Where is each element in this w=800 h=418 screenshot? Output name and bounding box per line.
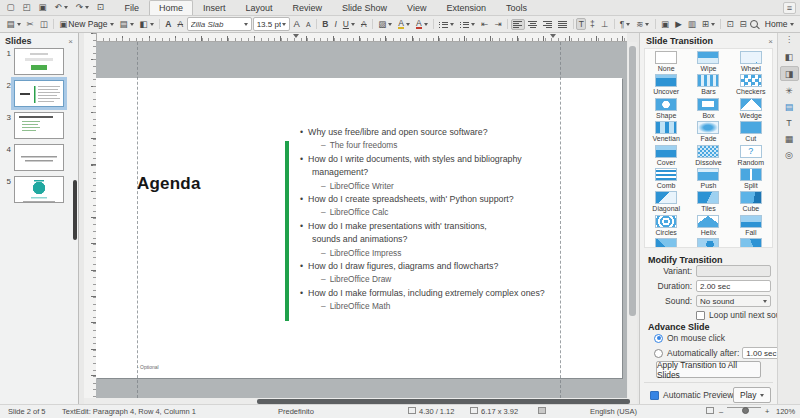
- language-status[interactable]: English (USA): [590, 407, 637, 416]
- zoom-out-control[interactable]: –: [719, 407, 723, 416]
- bullet-line[interactable]: LibreOffice Impress: [300, 247, 590, 260]
- master-slides-deck-icon[interactable]: ▤: [781, 100, 798, 113]
- loop-checkbox[interactable]: [696, 311, 705, 320]
- play-button[interactable]: Play: [733, 387, 771, 403]
- character-highlight-icon[interactable]: A: [413, 17, 430, 32]
- slide-transition-deck-icon[interactable]: ◨: [780, 66, 799, 81]
- bullet-line[interactable]: sounds and animations?: [300, 233, 590, 246]
- bullet-line[interactable]: LibreOffice Math: [300, 300, 590, 313]
- ribbon-tab[interactable]: Review: [283, 0, 333, 15]
- canvas[interactable]: Agenda Why use free/libre and open sourc…: [96, 42, 627, 398]
- properties-deck-icon[interactable]: ◧: [781, 50, 798, 63]
- cut-icon[interactable]: ✂: [24, 18, 36, 31]
- undo-icon[interactable]: ↶: [52, 1, 70, 14]
- gallery-deck-icon[interactable]: ▦: [781, 132, 798, 145]
- slide-thumbnail-image[interactable]: [14, 80, 64, 107]
- transition-split[interactable]: Split: [730, 166, 772, 189]
- slide-footnote[interactable]: - Optional: [137, 364, 159, 370]
- center-vertically-icon[interactable]: ‡: [587, 18, 597, 31]
- redo-icon[interactable]: ↷: [73, 1, 91, 14]
- bullet-line[interactable]: LibreOffice Draw: [300, 273, 590, 286]
- insert-table-icon[interactable]: ⊞: [699, 18, 717, 31]
- bullet-line[interactable]: LibreOffice Calc: [300, 206, 590, 219]
- transition-cover[interactable]: Cover: [645, 143, 687, 166]
- paragraph-dialog-icon[interactable]: ¶: [617, 18, 633, 31]
- vertical-scrollbar[interactable]: [628, 42, 637, 398]
- display-grid-icon[interactable]: ⊡: [724, 18, 736, 31]
- font-size-combo[interactable]: 13.5 pt: [253, 17, 290, 31]
- bullet-line[interactable]: How do I make presentations with' transi…: [300, 220, 590, 233]
- slide-thumbnail-2[interactable]: 2: [2, 80, 78, 107]
- unordered-list-icon[interactable]: [437, 19, 457, 30]
- transition-circles[interactable]: Circles: [645, 213, 687, 236]
- align-top-icon[interactable]: T: [576, 18, 586, 31]
- slide-thumbnail-5[interactable]: 5: [2, 176, 78, 203]
- master-slide-status[interactable]: Predefinito: [278, 407, 314, 416]
- transition-push[interactable]: Push: [687, 166, 729, 189]
- copy-icon[interactable]: ◫: [37, 18, 50, 31]
- view-selector[interactable]: Home: [762, 18, 796, 31]
- shrink-font-icon[interactable]: A: [303, 19, 313, 30]
- slide-page[interactable]: Agenda Why use free/libre and open sourc…: [96, 78, 622, 378]
- insert-media-icon[interactable]: ▶: [673, 18, 685, 31]
- green-accent-bar[interactable]: [285, 141, 289, 321]
- bullet-line[interactable]: How do I draw figures, diagrams and flow…: [300, 260, 590, 273]
- duplicate-page-icon[interactable]: ▤: [117, 18, 136, 31]
- ribbon-tab[interactable]: Layout: [236, 0, 283, 15]
- snap-guide-line[interactable]: [137, 42, 138, 398]
- align-center-icon[interactable]: [526, 19, 540, 30]
- variant-dropdown[interactable]: [696, 265, 771, 277]
- ordered-list-icon[interactable]: [458, 19, 478, 30]
- bullet-line[interactable]: LibreOffice Writer: [300, 180, 590, 193]
- highlighting-color-icon[interactable]: ▨: [376, 18, 395, 31]
- transition-venetian[interactable]: Venetian: [645, 119, 687, 142]
- fit-slide-icon[interactable]: [706, 407, 714, 414]
- duration-spinbox[interactable]: 2.00 sec: [696, 280, 771, 292]
- transition-checkers[interactable]: Checkers: [730, 72, 772, 95]
- underline-icon[interactable]: U: [340, 18, 357, 31]
- sidebar-settings-icon[interactable]: ⋮: [785, 35, 793, 44]
- automatically-after-radio[interactable]: [654, 349, 663, 358]
- bullet-line[interactable]: Why use free/libre and open source softw…: [300, 126, 590, 139]
- slide-thumbnail-image[interactable]: [14, 112, 64, 139]
- sound-dropdown[interactable]: No sound: [696, 295, 771, 307]
- bullet-line[interactable]: management?: [300, 166, 590, 179]
- automatic-preview-checkbox[interactable]: [650, 391, 659, 400]
- search-icon[interactable]: [750, 20, 758, 28]
- print-preview-icon[interactable]: ⊡: [94, 1, 106, 14]
- transition-cube[interactable]: Cube: [730, 189, 772, 212]
- styles-deck-icon[interactable]: T: [781, 116, 798, 129]
- font-name-combo[interactable]: Zilla Slab: [187, 17, 252, 31]
- ribbon-tab[interactable]: Insert: [193, 0, 236, 15]
- grow-font-icon[interactable]: A: [291, 17, 302, 31]
- insert-image-icon[interactable]: ▣: [659, 18, 672, 31]
- transition-uncover[interactable]: Uncover: [645, 72, 687, 95]
- clone-formatting-icon[interactable]: A: [163, 18, 174, 31]
- transition-none[interactable]: None: [645, 49, 687, 72]
- horizontal-ruler[interactable]: [96, 33, 627, 42]
- slides-panel-scrollbar[interactable]: [73, 180, 77, 240]
- slide-thumbnail-image[interactable]: [14, 144, 64, 171]
- animation-deck-icon[interactable]: ✳: [781, 84, 798, 97]
- font-color-icon[interactable]: A: [396, 17, 413, 32]
- ribbon-tab[interactable]: Home: [149, 0, 193, 15]
- clear-formatting-icon[interactable]: A: [175, 18, 186, 31]
- transition-extra3[interactable]: [730, 236, 772, 248]
- transition-wheel[interactable]: Wheel: [730, 49, 772, 72]
- slide-title[interactable]: Agenda: [137, 174, 201, 194]
- zoom-in-control[interactable]: +: [765, 407, 769, 416]
- close-icon[interactable]: ×: [68, 37, 73, 46]
- bullet-line[interactable]: How do I write documents, with styles an…: [300, 153, 590, 166]
- on-mouse-click-radio[interactable]: [654, 334, 663, 343]
- ribbon-tab[interactable]: Slide Show: [332, 0, 397, 15]
- align-bottom-icon[interactable]: ⊥: [598, 18, 610, 31]
- transition-fall[interactable]: Fall: [730, 213, 772, 236]
- open-document-icon[interactable]: ◰: [20, 1, 33, 14]
- slide-thumbnail-1[interactable]: 1: [2, 48, 78, 75]
- strikethrough-icon[interactable]: A: [358, 18, 369, 31]
- menubar-toggle-icon[interactable]: ≡: [783, 2, 796, 14]
- bullet-line[interactable]: How do I make formulas, including extrem…: [300, 287, 590, 300]
- snap-guide-line[interactable]: [560, 42, 561, 398]
- transition-random[interactable]: Random: [730, 143, 772, 166]
- slide-text-box[interactable]: Why use free/libre and open source softw…: [300, 126, 590, 314]
